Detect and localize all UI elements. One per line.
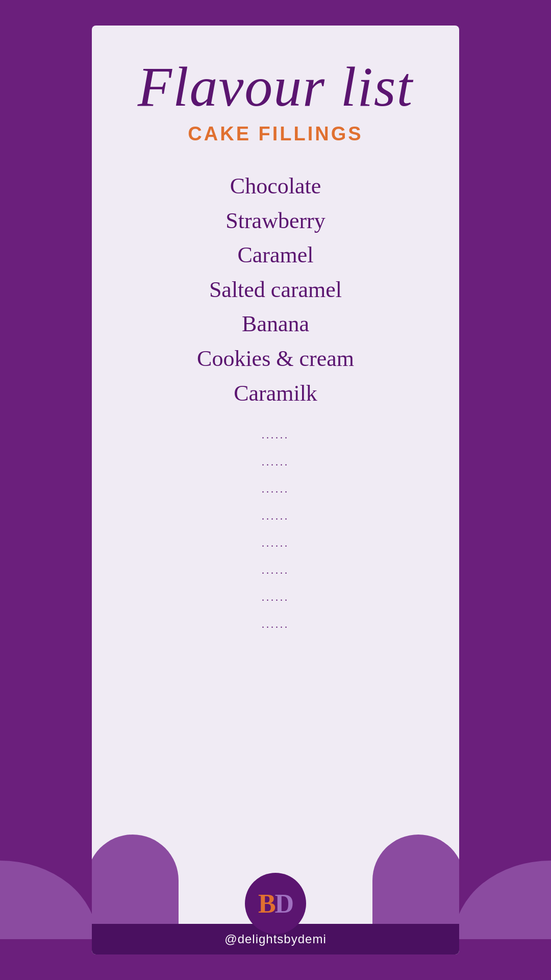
dots-row-3: ...... [262, 483, 289, 495]
arc-right [372, 835, 459, 926]
logo-circle: BD [245, 873, 306, 934]
dots-section: ...... ...... ...... ...... ...... .....… [262, 429, 289, 630]
flavour-chocolate: Chocolate [230, 170, 321, 202]
dots-row-8: ...... [262, 619, 289, 630]
logo-letter-b: B [258, 889, 275, 918]
dots-row-6: ...... [262, 565, 289, 576]
flavour-caramel: Caramel [237, 239, 313, 271]
logo-text: BD [258, 889, 293, 919]
outer-decoration-right [454, 827, 551, 939]
flavour-caramilk: Caramilk [234, 378, 317, 409]
card-content: Flavour list CAKE FILLINGS Chocolate Str… [92, 26, 459, 842]
subtitle: CAKE FILLINGS [188, 123, 363, 145]
dots-row-2: ...... [262, 456, 289, 468]
dots-row-4: ...... [262, 510, 289, 522]
outer-background: Flavour list CAKE FILLINGS Chocolate Str… [0, 0, 551, 980]
logo-letter-d: D [275, 889, 293, 918]
dots-row-7: ...... [262, 592, 289, 603]
outer-decoration-left [0, 827, 97, 939]
page-title: Flavour list [117, 56, 434, 118]
social-handle: @delightsbydemi [224, 932, 326, 946]
dots-row-1: ...... [262, 429, 289, 441]
card-footer: BD @delightsbydemi [92, 842, 459, 954]
flavour-salted-caramel: Salted caramel [209, 274, 342, 306]
flavour-banana: Banana [242, 308, 309, 340]
arc-left [92, 835, 179, 926]
dots-row-5: ...... [262, 537, 289, 549]
flavour-strawberry: Strawberry [226, 205, 325, 237]
flavour-list: Chocolate Strawberry Caramel Salted cara… [92, 170, 459, 409]
flavour-cookies-cream: Cookies & cream [197, 343, 354, 375]
main-card: Flavour list CAKE FILLINGS Chocolate Str… [92, 26, 459, 954]
